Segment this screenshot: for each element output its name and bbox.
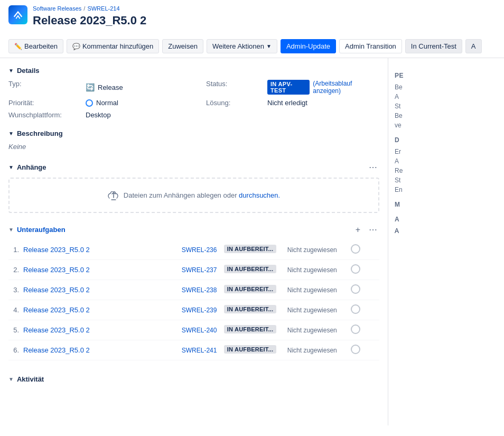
task-status-cell: IN AUFBEREIT... [222, 280, 285, 300]
aktivitaet-header[interactable]: ▼ Aktivität [8, 371, 379, 383]
task-complete-cell [349, 240, 379, 260]
task-number: 2. [8, 260, 21, 280]
comment-button[interactable]: 💬 Kommentar hinzufügen [67, 39, 159, 53]
anhaenge-section: ▼ Anhänge ⋯ Da [8, 161, 379, 213]
details-title: Details [17, 67, 40, 75]
task-title-link[interactable]: Release 2023_R5.0 2 [23, 246, 90, 254]
task-title-link[interactable]: Release 2023_R5.0 2 [23, 346, 90, 354]
table-row: 4. Release 2023_R5.0 2 SWREL-239 IN AUFB… [8, 300, 379, 320]
assign-button[interactable]: Zuweisen [162, 39, 203, 53]
right-berichter-row: Be [395, 84, 498, 91]
status-value: IN APV-TEST (Arbeitsablauf anzeigen) [267, 80, 379, 95]
breadcrumb-app-link[interactable]: Software Releases [33, 5, 81, 12]
right-ver-row: ve [395, 122, 498, 129]
task-status-cell: IN AUFBEREIT... [222, 300, 285, 320]
task-complete-toggle[interactable] [351, 345, 360, 354]
task-id-link[interactable]: SWREL-238 [182, 286, 217, 294]
task-title-link[interactable]: Release 2023_R5.0 2 [23, 266, 90, 274]
prioritaet-value: Normal [86, 99, 198, 107]
aktivitaet-title: Aktivität [17, 375, 44, 383]
task-id-link[interactable]: SWREL-241 [182, 347, 217, 354]
task-complete-toggle[interactable] [351, 304, 360, 314]
unteraufgaben-table: 1. Release 2023_R5.0 2 SWREL-236 IN AUFB… [8, 240, 379, 360]
task-assignee-cell: Nicht zugewiesen [285, 280, 349, 300]
anhaenge-section-header[interactable]: ▼ Anhänge [8, 163, 367, 171]
task-id-cell: SWREL-236 [180, 240, 222, 260]
edit-button[interactable]: ✏️ Bearbeiten [8, 39, 63, 53]
task-title-link[interactable]: Release 2023_R5.0 2 [23, 286, 90, 294]
task-id-cell: SWREL-238 [180, 280, 222, 300]
table-row: 5. Release 2023_R5.0 2 SWREL-240 IN AUFB… [8, 320, 379, 340]
task-title-cell: Release 2023_R5.0 2 [21, 240, 180, 260]
page-title: Release 2023_R5.0 2 [33, 14, 146, 27]
overflow-button[interactable]: A [465, 39, 482, 53]
task-id-link[interactable]: SWREL-237 [182, 266, 217, 274]
task-title-cell: Release 2023_R5.0 2 [21, 320, 180, 340]
admin-transition-button[interactable]: Admin Transition [339, 39, 402, 53]
unteraufgaben-chevron-icon: ▼ [8, 227, 14, 233]
loesung-label: Lösung: [206, 99, 259, 107]
wunschplattform-value: Desktop [86, 111, 198, 119]
upload-icon [108, 189, 119, 201]
task-title-link[interactable]: Release 2023_R5.0 2 [23, 326, 90, 334]
unteraufgaben-add-button[interactable]: + [353, 224, 362, 236]
more-actions-button[interactable]: Weitere Aktionen ▼ [207, 39, 277, 53]
task-complete-cell [349, 300, 379, 320]
more-icon: ⋯ [369, 225, 377, 234]
beschreibung-text: Keine [8, 143, 379, 151]
unteraufgaben-section-header[interactable]: ▼ Unteraufgaben [8, 226, 353, 234]
details-section: ▼ Details Typ: 🔄 Release Status: IN APV-… [8, 67, 379, 119]
right-more-title: M [395, 201, 498, 208]
right-panel: Pe Be A St Be ve D Er A Re St En [388, 58, 504, 425]
task-number: 6. [8, 340, 21, 360]
right-erstellt-row: Er [395, 148, 498, 155]
details-chevron-icon: ▼ [8, 68, 14, 73]
task-complete-toggle[interactable] [351, 244, 360, 254]
task-id-link[interactable]: SWREL-240 [182, 327, 217, 334]
unteraufgaben-more-button[interactable]: ⋯ [367, 224, 379, 236]
anhaenge-browse-link[interactable]: durchsuchen. [239, 191, 280, 199]
task-complete-toggle[interactable] [351, 284, 360, 294]
anhaenge-drop-text: Dateien zum Anhängen ablegen oder durchs… [124, 191, 280, 199]
task-id-link[interactable]: SWREL-236 [182, 246, 217, 254]
task-status-badge: IN AUFBEREIT... [224, 285, 277, 293]
breadcrumb-issue-link[interactable]: SWREL-214 [87, 5, 119, 12]
main-content: ▼ Details Typ: 🔄 Release Status: IN APV-… [0, 58, 388, 425]
unteraufgaben-section-row: ▼ Unteraufgaben + ⋯ [8, 224, 379, 236]
task-complete-toggle[interactable] [351, 264, 360, 274]
plus-icon: + [356, 225, 360, 234]
task-assignee-cell: Nicht zugewiesen [285, 340, 349, 360]
right-assigned-row: A [395, 93, 498, 100]
task-status-cell: IN AUFBEREIT... [222, 260, 285, 280]
toolbar: ✏️ Bearbeiten 💬 Kommentar hinzufügen Zuw… [8, 35, 496, 58]
task-assignee-cell: Nicht zugewiesen [285, 260, 349, 280]
anhaenge-dropzone[interactable]: Dateien zum Anhängen ablegen oder durchs… [8, 178, 379, 213]
comment-icon: 💬 [72, 43, 80, 50]
task-number: 1. [8, 240, 21, 260]
task-status-badge: IN AUFBEREIT... [224, 245, 277, 253]
unteraufgaben-section: ▼ Unteraufgaben + ⋯ 1. Release 2023_R5.0… [8, 224, 379, 360]
task-number: 3. [8, 280, 21, 300]
breadcrumb-separator: / [83, 5, 85, 12]
right-status-row: St [395, 103, 498, 110]
typ-label: Typ: [8, 80, 77, 95]
task-complete-toggle[interactable] [351, 324, 360, 334]
right-activity-title: A [395, 216, 498, 223]
beschreibung-section-header[interactable]: ▼ Beschreibung [8, 129, 379, 137]
edit-icon: ✏️ [14, 43, 22, 50]
admin-update-button[interactable]: Admin-Update [281, 39, 336, 53]
details-section-header[interactable]: ▼ Details [8, 67, 379, 75]
anhaenge-more-button[interactable]: ⋯ [367, 161, 379, 173]
anhaenge-chevron-icon: ▼ [8, 164, 14, 170]
anhaenge-section-row: ▼ Anhänge ⋯ [8, 161, 379, 173]
unteraufgaben-title: Unteraufgaben [17, 226, 66, 234]
beschreibung-chevron-icon: ▼ [8, 131, 14, 136]
task-title-link[interactable]: Release 2023_R5.0 2 [23, 306, 90, 314]
in-current-test-button[interactable]: In Current-Test [405, 39, 462, 53]
task-title-cell: Release 2023_R5.0 2 [21, 280, 180, 300]
task-id-link[interactable]: SWREL-239 [182, 307, 217, 314]
release-type-icon: 🔄 [86, 83, 95, 91]
wunschplattform-label: Wunschplattform: [8, 111, 77, 119]
workflow-link[interactable]: (Arbeitsablauf anzeigen) [313, 80, 379, 95]
task-status-cell: IN AUFBEREIT... [222, 240, 285, 260]
